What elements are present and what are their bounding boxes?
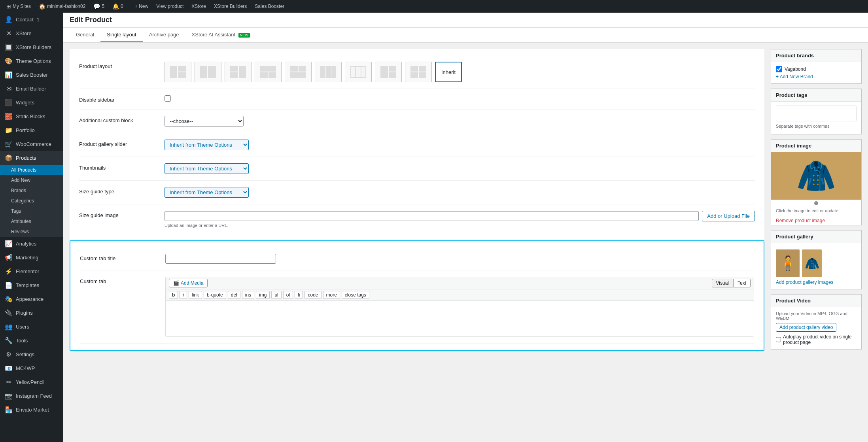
fmt-close-tags[interactable]: close tags [342,291,369,299]
sidebar-item-categories[interactable]: Categories [0,196,63,206]
sidebar-item-templates[interactable]: 📄 Templates [0,278,63,292]
text-button[interactable]: Text [733,279,751,287]
gallery-thumb-2[interactable]: 🧥 [802,249,822,277]
layout-thumb-1[interactable] [165,62,191,82]
fmt-link[interactable]: link [189,291,202,299]
admin-bar-my-sites[interactable]: ⊞ My Sites [3,0,34,13]
fmt-code[interactable]: code [304,291,321,299]
admin-bar-comments[interactable]: 💬 5 [90,0,108,13]
add-gallery-video-button[interactable]: Add product gallery video [776,323,836,332]
tag-input-area[interactable] [776,106,857,121]
admin-bar-new[interactable]: + New [132,0,151,13]
size-guide-image-control: Add or Upload File Upload an image or en… [165,211,755,228]
tab-general[interactable]: General [70,28,100,42]
layout-thumb-8[interactable] [375,62,402,82]
sidebar-item-marketing[interactable]: 📢 Marketing [0,251,63,264]
sidebar-item-appearance[interactable]: 🎭 Appearance [0,292,63,306]
sidebar-item-sales-booster[interactable]: 📊 Sales Booster [0,68,63,82]
gallery-slider-select[interactable]: Inherit from Theme Options Enable Disabl… [165,140,249,150]
layout-thumb-2[interactable] [195,62,221,82]
tab-xstore-ai[interactable]: XStore AI Assistant NEW [185,28,256,42]
thumbnails-select[interactable]: Inherit from Theme Options Enable Disabl… [165,163,249,174]
fmt-img[interactable]: img [256,291,270,299]
custom-tab-section: Custom tab title Custom tab � [70,240,764,351]
layout-thumb-4[interactable] [255,62,282,82]
sidebar-item-add-new[interactable]: Add New [0,175,63,185]
add-gallery-images-link[interactable]: Add product gallery images [776,280,833,285]
admin-bar-site-name[interactable]: 🏠 minimal-fashion02 [36,0,89,13]
sidebar-item-widgets[interactable]: ⬛ Widgets [0,96,63,110]
fmt-del[interactable]: del [228,291,240,299]
remove-product-image-link[interactable]: Remove product image [771,216,861,225]
admin-bar-xstore[interactable]: XStore [188,0,209,13]
sidebar-item-brands[interactable]: Brands [0,185,63,196]
sidebar-item-static-blocks[interactable]: 🧱 Static Blocks [0,110,63,123]
sidebar-item-portfolio[interactable]: 📁 Portfolio [0,123,63,137]
sidebar-item-instagram[interactable]: 📷 Instagram Feed [0,389,63,403]
sidebar-item-products[interactable]: 📦 Products [0,151,63,165]
editor-body[interactable] [166,301,754,336]
sidebar-item-theme-options[interactable]: 🎨 Theme Options [0,54,63,68]
admin-bar-sales-booster[interactable]: Sales Booster [252,0,287,13]
sidebar-item-xstore[interactable]: ✕ XStore [0,26,63,40]
sidebar-item-xstore-builders[interactable]: 🔲 XStore Builders [0,40,63,54]
admin-bar-view-product[interactable]: View product [153,0,187,13]
layout-thumb-3[interactable] [225,62,252,82]
fmt-ul[interactable]: ul [271,291,281,299]
layout-inherit-button[interactable]: Inherit [435,62,462,82]
product-layout-label: Product layout [79,62,158,69]
sidebar-item-yellowpencil[interactable]: ✏ YellowPencil [0,375,63,389]
layout-thumb-5[interactable] [285,62,312,82]
admin-bar-mentions[interactable]: 🔔 0 [109,0,127,13]
sidebar-item-envato[interactable]: 🏪 Envato Market [0,403,63,417]
sidebar-item-contact[interactable]: 👤 Contact 1 [0,13,63,26]
gallery-thumb-1[interactable]: 🧍 [776,249,800,277]
fmt-ins[interactable]: ins [242,291,254,299]
layout-thumb-9[interactable] [405,62,432,82]
custom-tab-title-input[interactable] [165,254,276,264]
fmt-li[interactable]: li [295,291,303,299]
sidebar-item-settings[interactable]: ⚙ Settings [0,348,63,361]
sidebar-item-email-builder[interactable]: ✉ Email Builder [0,82,63,96]
svg-rect-3 [200,66,207,78]
fmt-ol[interactable]: ol [283,291,293,299]
add-new-brand-link[interactable]: + Add New Brand [776,74,813,79]
size-guide-image-input[interactable] [165,211,699,221]
product-image-placeholder[interactable]: 🧥 [771,152,861,200]
svg-rect-11 [290,66,298,72]
sidebar-item-tools[interactable]: 🔧 Tools [0,334,63,348]
brand-checkbox[interactable] [776,66,782,72]
admin-bar-xstore-builders[interactable]: XStore Builders [211,0,250,13]
sidebar-item-users[interactable]: 👥 Users [0,320,63,334]
additional-block-select[interactable]: --choose-- [165,116,244,127]
disable-sidebar-checkbox[interactable] [165,95,171,102]
layout-thumb-6[interactable] [315,62,342,82]
add-upload-file-button[interactable]: Add or Upload File [702,211,755,221]
tab-single-layout[interactable]: Single layout [100,28,142,42]
add-media-button[interactable]: 🎬 Add Media [169,279,208,287]
sidebar-item-plugins[interactable]: 🔌 Plugins [0,306,63,320]
sidebar-item-all-products[interactable]: All Products [0,165,63,175]
sidebar: 👤 Contact 1 ✕ XStore 🔲 XStore Builders 🎨… [0,13,63,442]
products-submenu: All Products Add New Brands Categories T… [0,165,63,237]
fmt-italic[interactable]: i [180,291,187,299]
visual-button[interactable]: Visual [712,279,733,287]
bell-icon: 🔔 [112,3,119,9]
sidebar-item-elementor[interactable]: ⚡ Elementor [0,264,63,278]
sidebar-item-tags[interactable]: Tags [0,206,63,216]
sidebar-item-woocommerce[interactable]: 🛒 WooCommerce [0,137,63,151]
fmt-bold[interactable]: b [169,291,178,299]
sidebar-item-mc4wp[interactable]: 📧 MC4WP [0,361,63,375]
gallery-slider-label: Product gallery slider [79,140,158,147]
tab-archive-page[interactable]: Archive page [143,28,185,42]
bubble-icon: 💬 [93,3,100,9]
autoplay-checkbox[interactable] [776,336,781,343]
image-dot-indicator [814,201,818,205]
sidebar-item-analytics[interactable]: 📈 Analytics [0,237,63,251]
fmt-bquote[interactable]: b-quote [204,291,226,299]
layout-thumb-7[interactable] [345,62,372,82]
sidebar-item-reviews[interactable]: Reviews [0,227,63,237]
sidebar-item-attributes[interactable]: Attributes [0,216,63,227]
fmt-more[interactable]: more [323,291,340,299]
size-guide-type-select[interactable]: Inherit from Theme Options Image None [165,187,249,198]
